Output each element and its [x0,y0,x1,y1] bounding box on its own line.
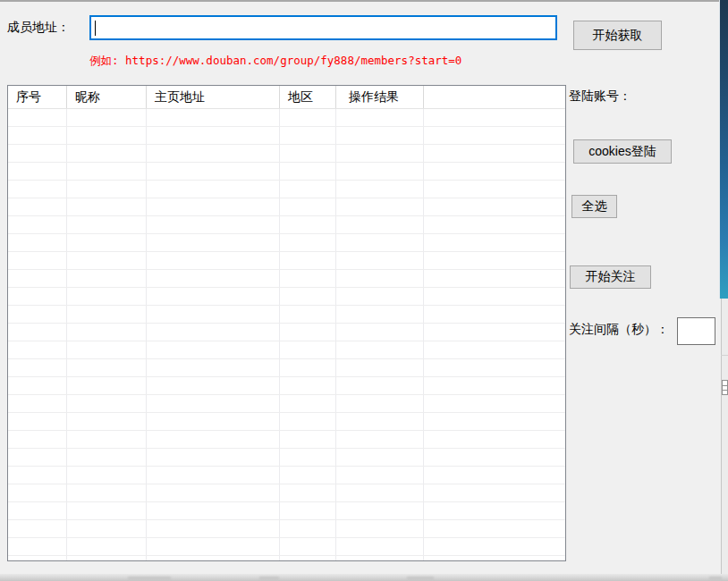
table-header-result[interactable]: 操作结果 [336,86,424,108]
table-row[interactable] [8,359,565,377]
table-cell [336,431,424,448]
table-cell [8,181,67,198]
table-row[interactable] [8,341,565,359]
table-row[interactable] [8,216,565,234]
table-row[interactable] [8,431,565,449]
table-cell [147,377,280,394]
table-cell [424,449,565,466]
table-cell [280,484,336,501]
select-all-button[interactable]: 全选 [571,195,617,218]
table-cell [147,127,280,144]
table-cell [67,538,147,555]
table-cell [67,145,147,162]
table-cell [280,413,336,430]
table-cell [147,163,280,180]
table-cell [67,377,147,394]
table-cell [8,288,67,305]
table-cell [8,502,67,519]
start-follow-button[interactable]: 开始关注 [570,265,651,289]
table-cell [280,252,336,269]
table-cell [147,431,280,448]
table-cell [424,145,565,162]
table-row[interactable] [8,324,565,341]
table-row[interactable] [8,252,565,270]
table-cell [424,467,565,484]
table-row[interactable] [8,198,565,216]
table-cell [280,306,336,323]
table-cell [336,413,424,430]
table-cell [336,520,424,537]
table-cell [67,127,147,144]
table-cell [424,377,565,394]
table-cell [280,520,336,537]
table-row[interactable] [8,306,565,324]
table-row[interactable] [8,163,565,181]
table-cell [280,234,336,251]
table-header-blank[interactable] [424,86,565,108]
table-cell [147,216,280,233]
table-row[interactable] [8,484,565,502]
table-header-index[interactable]: 序号 [8,86,67,108]
table-row[interactable] [8,181,565,198]
background-window-edge [720,0,728,299]
table-cell [8,556,67,561]
table-row[interactable] [8,556,565,561]
table-cell [67,234,147,251]
table-cell [8,234,67,251]
table-cell [336,163,424,180]
table-cell [147,198,280,215]
table-row[interactable] [8,395,565,413]
table-cell [336,341,424,358]
start-fetch-button[interactable]: 开始获取 [573,21,662,50]
table-cell [8,252,67,269]
table-row[interactable] [8,502,565,520]
background-window-border-line [721,299,722,574]
table-cell [8,538,67,555]
table-cell [280,216,336,233]
table-cell [8,109,67,126]
table-row[interactable] [8,377,565,395]
table-cell [424,502,565,519]
table-row[interactable] [8,449,565,467]
table-cell [67,252,147,269]
table-cell [424,520,565,537]
table-cell [8,395,67,412]
table-cell [336,377,424,394]
background-window-lower-area [722,299,728,574]
table-cell [67,181,147,198]
table-cell [67,109,147,126]
table-row[interactable] [8,538,565,556]
table-cell [336,109,424,126]
table-cell [336,324,424,341]
table-cell [147,288,280,305]
table-cell [147,484,280,501]
table-row[interactable] [8,234,565,252]
table-cell [8,413,67,430]
table-header-homepage[interactable]: 主页地址 [147,86,280,108]
table-cell [67,270,147,287]
table-cell [336,449,424,466]
table-cell [67,216,147,233]
table-cell [424,181,565,198]
member-url-input[interactable] [93,19,554,37]
table-row[interactable] [8,520,565,538]
table-row[interactable] [8,109,565,127]
table-row[interactable] [8,288,565,306]
table-row[interactable] [8,413,565,431]
table-cell [67,502,147,519]
table-cell [280,431,336,448]
member-table[interactable]: 序号 昵称 主页地址 地区 操作结果 [7,85,566,561]
table-cell [424,395,565,412]
table-cell [67,198,147,215]
table-cell [67,306,147,323]
table-header-nickname[interactable]: 昵称 [67,86,147,108]
table-row[interactable] [8,127,565,145]
cookies-login-button[interactable]: cookies登陆 [573,139,672,164]
table-row[interactable] [8,270,565,288]
follow-interval-input[interactable] [680,320,712,341]
example-url-hint: 例如: https://www.douban.com/group/fy888/m… [89,54,461,69]
table-row[interactable] [8,145,565,163]
background-blur-fragment [407,577,434,579]
table-header-region[interactable]: 地区 [280,86,336,108]
table-row[interactable] [8,467,565,484]
